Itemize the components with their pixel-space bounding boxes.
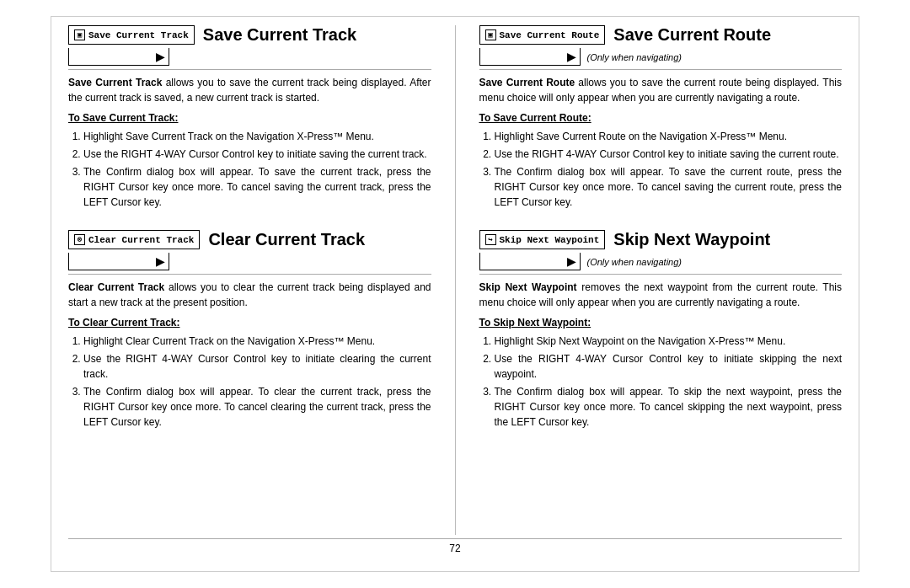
section-save-current-route: ▣ Save Current Route Save Current Route … xyxy=(479,25,843,216)
save-track-icon: ▣ xyxy=(74,29,85,40)
arrow-box-skip-waypoint: ▶ xyxy=(479,253,581,270)
section-skip-next-waypoint: ↪ Skip Next Waypoint Skip Next Waypoint … xyxy=(479,230,843,436)
arrow-skip-waypoint: ▶ xyxy=(567,254,576,268)
badge-skip-waypoint-label: Skip Next Waypoint xyxy=(500,235,600,245)
steps-clear-track: Highlight Clear Current Track on the Nav… xyxy=(68,334,431,430)
steps-save-route: Highlight Save Current Route on the Navi… xyxy=(479,129,843,210)
badge-save-route-label: Save Current Route xyxy=(500,30,600,40)
divider-clear-track xyxy=(68,274,431,275)
title-skip-waypoint: Skip Next Waypoint xyxy=(605,230,770,249)
page-number: 72 xyxy=(449,543,460,554)
section-clear-current-track: ⊗ Clear Current Track Clear Current Trac… xyxy=(68,230,431,436)
subheading-save-track: To Save Current Track: xyxy=(68,112,431,124)
title-clear-track: Clear Current Track xyxy=(200,230,365,249)
left-column: ▣ Save Current Track Save Current Track … xyxy=(68,25,431,535)
arrow-box-clear-track: ▶ xyxy=(68,253,169,270)
step-skip-waypoint-3: The Confirm dialog box will appear. To s… xyxy=(495,384,843,430)
divider-save-track xyxy=(68,69,431,70)
steps-save-track: Highlight Save Current Track on the Navi… xyxy=(68,129,431,210)
badge-clear-track: ⊗ Clear Current Track xyxy=(68,230,200,249)
step-clear-track-1: Highlight Clear Current Track on the Nav… xyxy=(83,334,431,349)
right-column: ▣ Save Current Route Save Current Route … xyxy=(479,25,843,535)
divider-skip-waypoint xyxy=(479,274,843,275)
step-clear-track-2: Use the RIGHT 4-WAY Cursor Control key t… xyxy=(83,351,431,382)
badge-save-track-label: Save Current Track xyxy=(88,30,189,40)
badge-clear-track-label: Clear Current Track xyxy=(88,235,194,245)
bold-clear-track: Clear Current Track xyxy=(68,281,164,293)
step-skip-waypoint-2: Use the RIGHT 4-WAY Cursor Control key t… xyxy=(495,351,843,382)
body-save-route: Save Current Route allows you to save th… xyxy=(479,75,843,105)
bold-save-route: Save Current Route xyxy=(479,77,575,88)
step-save-route-2: Use the RIGHT 4-WAY Cursor Control key t… xyxy=(495,147,843,162)
arrow-clear-track: ▶ xyxy=(156,254,165,268)
clear-track-icon: ⊗ xyxy=(74,234,85,245)
body-skip-waypoint: Skip Next Waypoint removes the next wayp… xyxy=(479,280,843,310)
only-nav-label-save-route: (Only when navigating) xyxy=(581,52,682,62)
section-header-save-track: ▣ Save Current Track Save Current Track xyxy=(68,25,431,45)
page-footer: 72 xyxy=(68,538,842,554)
step-clear-track-3: The Confirm dialog box will appear. To c… xyxy=(83,384,431,430)
body-clear-track: Clear Current Track allows you to clear … xyxy=(68,280,431,310)
badge-skip-waypoint: ↪ Skip Next Waypoint xyxy=(479,230,606,249)
subheading-save-route: To Save Current Route: xyxy=(479,112,843,124)
step-skip-waypoint-1: Highlight Skip Next Waypoint on the Navi… xyxy=(495,334,843,349)
section-save-current-track: ▣ Save Current Track Save Current Track … xyxy=(68,25,431,216)
only-nav-label-skip-waypoint: (Only when navigating) xyxy=(581,257,682,267)
arrow-box-save-route: ▶ xyxy=(479,48,581,66)
step-save-route-3: The Confirm dialog box will appear. To s… xyxy=(495,164,843,210)
subheading-clear-track: To Clear Current Track: xyxy=(68,317,431,329)
subheading-skip-waypoint: To Skip Next Waypoint: xyxy=(479,317,843,329)
arrow-row-save-route: ▶ (Only when navigating) xyxy=(479,48,843,66)
arrow-save-route: ▶ xyxy=(567,50,576,63)
arrow-save-track: ▶ xyxy=(156,50,165,63)
badge-save-route: ▣ Save Current Route xyxy=(479,25,606,45)
body-save-track: Save Current Track allows you to save th… xyxy=(68,75,431,105)
arrow-box-save-track: ▶ xyxy=(68,48,169,66)
title-save-route: Save Current Route xyxy=(605,25,771,45)
bold-save-track: Save Current Track xyxy=(68,77,162,88)
section-header-skip-waypoint: ↪ Skip Next Waypoint Skip Next Waypoint xyxy=(479,230,843,249)
page: ▣ Save Current Track Save Current Track … xyxy=(51,16,859,572)
column-divider xyxy=(455,25,456,535)
badge-save-track: ▣ Save Current Track xyxy=(68,25,195,45)
section-header-clear-track: ⊗ Clear Current Track Clear Current Trac… xyxy=(68,230,431,249)
step-save-track-1: Highlight Save Current Track on the Navi… xyxy=(83,129,431,144)
save-route-icon: ▣ xyxy=(485,29,496,40)
bold-skip-waypoint: Skip Next Waypoint xyxy=(479,281,577,293)
steps-skip-waypoint: Highlight Skip Next Waypoint on the Navi… xyxy=(479,334,843,430)
arrow-row-skip-waypoint: ▶ (Only when navigating) xyxy=(479,253,843,270)
arrow-row-clear-track: ▶ xyxy=(68,253,431,270)
step-save-track-3: The Confirm dialog box will appear. To s… xyxy=(83,164,431,210)
skip-waypoint-icon: ↪ xyxy=(485,234,496,245)
divider-save-route xyxy=(479,69,843,70)
section-header-save-route: ▣ Save Current Route Save Current Route xyxy=(479,25,843,45)
step-save-route-1: Highlight Save Current Route on the Navi… xyxy=(495,129,843,144)
arrow-row-save-track: ▶ xyxy=(68,48,431,66)
title-save-track: Save Current Track xyxy=(195,25,356,45)
step-save-track-2: Use the RIGHT 4-WAY Cursor Control key t… xyxy=(83,147,431,162)
